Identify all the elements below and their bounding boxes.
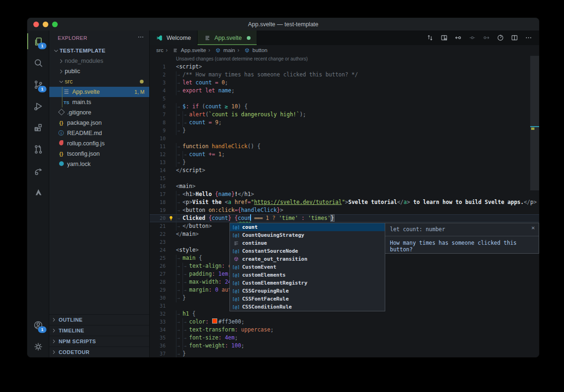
code-line-20[interactable]: 20→Clicked {count} {coun === 1 ? 'time' … [150, 214, 539, 222]
suggest-item-customelements[interactable]: [@]customElements [230, 271, 385, 279]
tour-play-icon[interactable] [494, 32, 506, 44]
code-line-4[interactable]: 4→export let name; [150, 87, 539, 95]
tree-item-yarn-lock[interactable]: yarn.lock [49, 159, 149, 169]
code-line-17[interactable]: 17→<h1>Hello {name}!</h1> [150, 190, 539, 198]
code-line-15[interactable]: 15 [150, 174, 539, 182]
tree-item-readme-md[interactable]: ⓘREADME.md [49, 128, 149, 138]
breadcrumb-item-button[interactable]: button [237, 47, 267, 53]
breadcrumb-item-app-svelte[interactable]: App.svelte [166, 47, 206, 53]
suggest-item-cssfontfacerule[interactable]: [@]CSSFontFaceRule [230, 295, 385, 303]
sidebar-section-outline[interactable]: OUTLINE [49, 314, 149, 325]
code-editor[interactable]: Unsaved changes (cannot determine recent… [150, 55, 539, 357]
vscode-window: App.svelte — test-template 111 EXPLORER … [27, 17, 540, 358]
line-number: 36 [150, 342, 166, 350]
tree-item-node-modules[interactable]: node_modules [49, 56, 149, 66]
close-window-button[interactable] [33, 22, 39, 27]
code-line-1[interactable]: 1<script> [150, 63, 539, 71]
activity-search-icon[interactable] [27, 52, 49, 74]
tree-item-public[interactable]: public [49, 66, 149, 76]
tour-previous-icon[interactable] [452, 32, 464, 44]
code-line-33[interactable]: 33→→color: #ff3e00; [150, 318, 539, 326]
code-line-11[interactable]: 11→function handleClick() { [150, 143, 539, 151]
suggest-item-constantsourcenode[interactable]: [@]ConstantSourceNode [230, 247, 385, 255]
sidebar-section-npm-scripts[interactable]: NPM SCRIPTS [49, 336, 149, 347]
tab-welcome[interactable]: Welcome [150, 30, 198, 45]
lightbulb-icon[interactable] [166, 214, 176, 222]
code-line-13[interactable]: 13→} [150, 158, 539, 166]
code-line-35[interactable]: 35→→font-size: 4em; [150, 334, 539, 342]
tour-next-icon[interactable] [480, 32, 492, 44]
line-number: 23 [150, 238, 166, 246]
sidebar-section-codetour[interactable]: CODETOUR [49, 347, 149, 357]
code-line-19[interactable]: 19→<button on:click={handleClick}> [150, 206, 539, 214]
tour-step-icon[interactable] [466, 32, 478, 44]
split-editor-icon[interactable] [508, 32, 520, 44]
tree-item-app-svelte[interactable]: ☰App.svelte1, M [49, 87, 149, 97]
code-line-7[interactable]: 7→→alert(`count is dangerously high!`); [150, 111, 539, 119]
close-icon[interactable]: × [531, 225, 535, 231]
section-label: CODETOUR [59, 349, 90, 355]
code-line-34[interactable]: 34→→text-transform: uppercase; [150, 326, 539, 334]
suggest-item-cssconditionrule[interactable]: [@]CSSConditionRule [230, 303, 385, 311]
code-line-2[interactable]: 2→/** How many times has someone clicked… [150, 71, 539, 79]
suggest-item-customelementregistry[interactable]: [@]CustomElementRegistry [230, 279, 385, 287]
tree-item-tsconfig-json[interactable]: {}tsconfig.json [49, 149, 149, 159]
code-line-6[interactable]: 6→$: if (count ≥ 10) { [150, 103, 539, 111]
minimize-window-button[interactable] [43, 22, 48, 27]
code-line-37[interactable]: 37→} [150, 350, 539, 357]
title-bar[interactable]: App.svelte — test-template [27, 18, 539, 30]
line-number: 32 [150, 310, 166, 318]
tree-item-src[interactable]: src [49, 76, 149, 87]
activity-accounts-icon[interactable]: 1 [27, 314, 49, 336]
breadcrumb-label: main [223, 47, 235, 53]
code-line-14[interactable]: 14</script> [150, 166, 539, 174]
tree-item-rollup-config-js[interactable]: rollup.config.js [49, 138, 149, 149]
activity-live-share-icon[interactable] [27, 160, 49, 181]
activity-azure-icon[interactable] [27, 181, 49, 203]
suggest-item-countqueuingstrategy[interactable]: [@]CountQueuingStrategy [230, 231, 385, 239]
line-number: 21 [150, 222, 166, 230]
suggest-item-cssgroupingrule[interactable]: [@]CSSGroupingRule [230, 287, 385, 295]
suggest-item-continue[interactable]: continue [230, 239, 385, 247]
breadcrumb-item-main[interactable]: main [208, 47, 235, 53]
more-actions-icon[interactable] [522, 32, 534, 44]
code-line-3[interactable]: 3→let count = 0; [150, 79, 539, 87]
tab-app-svelte[interactable]: App.svelte [198, 30, 257, 45]
line-number: 10 [150, 135, 166, 143]
open-preview-icon[interactable] [438, 32, 450, 44]
tree-item--gitignore[interactable]: .gitignore [49, 107, 149, 118]
code-line-8[interactable]: 8→→count = 9; [150, 119, 539, 127]
activity-extensions-icon[interactable] [27, 117, 49, 138]
suggest-label: CountQueuingStrategy [242, 232, 304, 238]
activity-source-control-icon[interactable]: 1 [27, 74, 49, 95]
activity-manage-icon[interactable] [27, 336, 49, 357]
code-line-12[interactable]: 12→→count += 1; [150, 151, 539, 158]
line-number: 19 [150, 206, 166, 214]
code-line-36[interactable]: 36→→font-weight: 100; [150, 342, 539, 350]
code-line-9[interactable]: 9→} [150, 127, 539, 135]
open-changes-icon[interactable] [424, 32, 436, 44]
editor-scrollbar[interactable] [530, 56, 539, 190]
suggest-item-create_out_transition[interactable]: create_out_transition [230, 255, 385, 263]
explorer-more-actions-icon[interactable] [137, 33, 145, 43]
activity-explorer-icon[interactable]: 1 [27, 30, 49, 52]
activity-github-pull-requests-icon[interactable] [27, 138, 49, 160]
tree-root-folder[interactable]: TEST-TEMPLATE [49, 45, 149, 56]
line-number: 9 [150, 127, 166, 135]
code-line-10[interactable]: 10 [150, 135, 539, 143]
breadcrumb[interactable]: srcApp.sveltemainbutton [150, 45, 539, 55]
activity-run-and-debug-icon[interactable] [27, 95, 49, 117]
tree-item-main-ts[interactable]: TSmain.ts [49, 97, 149, 107]
breadcrumb-item-src[interactable]: src [156, 47, 163, 53]
sidebar-section-timeline[interactable]: TIMELINE [49, 325, 149, 336]
tree-item-package-json[interactable]: {}package.json [49, 118, 149, 128]
code-line-5[interactable]: 5 [150, 95, 539, 103]
code-line-18[interactable]: 18→<p>Visit the <a href="https://svelte.… [150, 198, 539, 206]
suggest-item-count[interactable]: [@]count [230, 223, 385, 231]
code-line-16[interactable]: 16<main> [150, 182, 539, 190]
symbol-variable-icon: [@] [232, 305, 240, 309]
line-number: 4 [150, 87, 166, 95]
suggest-item-customevent[interactable]: [@]CustomEvent [230, 263, 385, 271]
zoom-window-button[interactable] [52, 22, 58, 27]
tree-item-label: package.json [67, 120, 102, 126]
